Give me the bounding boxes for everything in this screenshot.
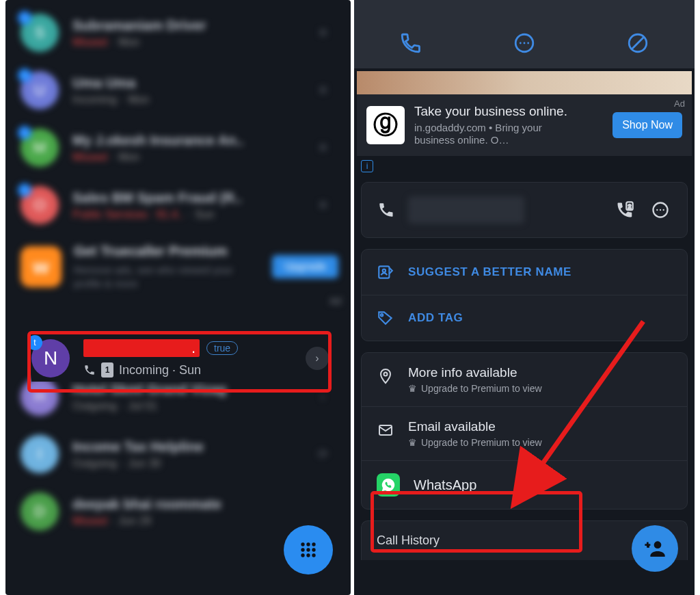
incoming-call-icon [83, 364, 96, 376]
message-icon [513, 31, 536, 55]
block-icon [626, 31, 649, 55]
call-log-entry[interactable]: t U Uma Uma Incoming·Mon ✕ [5, 62, 351, 119]
more-info-sub: Upgrade to Premium to view [421, 383, 542, 394]
suggest-name-row[interactable]: SUGGEST A BETTER NAME [362, 250, 687, 295]
dialpad-icon [297, 539, 319, 561]
block-button[interactable] [623, 28, 653, 58]
phone-row[interactable]: 2 [362, 183, 687, 237]
chevron-right-icon[interactable]: › [306, 347, 329, 370]
suggest-label: SUGGEST A BETTER NAME [408, 265, 571, 279]
svg-point-22 [383, 269, 386, 272]
avatar: t N [31, 339, 70, 378]
avatar: I [21, 435, 59, 473]
svg-point-26 [654, 541, 662, 548]
svg-point-23 [381, 314, 383, 316]
ad-logo-icon: ⓖ [366, 106, 405, 144]
svg-rect-28 [647, 542, 649, 548]
whatsapp-icon [377, 473, 400, 497]
refresh-icon[interactable]: ⟳ [310, 441, 336, 467]
avatar: H [21, 378, 59, 416]
ad-cta-button[interactable]: Shop Now [612, 112, 682, 138]
location-icon [377, 368, 394, 384]
caller-name: deepak bhai roommate [72, 497, 336, 512]
entry-action-icon[interactable]: ✕ [310, 77, 336, 103]
call-log-entry[interactable]: t M My J.okesh Insurance An.. Missed·Mon… [5, 119, 351, 176]
svg-point-1 [306, 542, 310, 546]
ad-label: Ad [674, 98, 685, 109]
caller-name: My J.okesh Insurance An.. [72, 133, 296, 148]
ad-card[interactable]: ⓖ Take your business online. in.godaddy.… [357, 94, 692, 156]
true-badge: true [206, 341, 238, 355]
svg-point-10 [520, 42, 522, 44]
dialpad-fab[interactable] [284, 525, 333, 574]
ad-title: Take your business online. [414, 104, 603, 119]
truecaller-badge-icon: t [27, 335, 42, 350]
avatar: D [21, 492, 59, 531]
sim-icon: 1 [101, 362, 113, 378]
caller-name: Subramaniam Driver [72, 18, 296, 34]
entry-action-icon[interactable]: ✕ [310, 20, 336, 46]
crown-icon: ♛ [408, 437, 417, 448]
svg-point-7 [306, 553, 310, 557]
promo-subtitle: Remove ads, see who viewed your profile … [74, 263, 260, 290]
phone-icon [377, 201, 396, 219]
entry-action-icon[interactable]: ✕ [310, 135, 336, 161]
more-info-title: More info available [408, 365, 542, 380]
sms-icon[interactable] [649, 198, 672, 222]
contact-detail-screen: ⓖ Take your business online. in.godaddy.… [354, 0, 695, 595]
redacted-name: . [83, 339, 200, 357]
message-button[interactable] [509, 28, 539, 58]
call-log-entry[interactable]: I Income Tax Helpline Outgoing·Jun 30 ⟳ [5, 425, 351, 483]
add-tag-label: ADD TAG [408, 311, 463, 325]
selected-call-entry[interactable]: t N . true 1 Incoming · Sun › [31, 335, 329, 382]
truecaller-badge-icon: t [18, 11, 31, 25]
caller-name: Sales BM Spam Fraud (R.. [72, 190, 296, 206]
phone-icon [399, 31, 422, 55]
caller-name: Income Tax Helpline [72, 439, 296, 455]
svg-point-20 [663, 209, 664, 211]
svg-point-5 [312, 548, 315, 551]
caller-name: Hotel Skml Grand Vizag [72, 382, 296, 397]
phone-number-blurred [408, 196, 524, 224]
truecaller-badge-icon: t [18, 68, 31, 82]
svg-line-14 [632, 38, 644, 49]
more-info-card: More info available ♛Upgrade to Premium … [361, 352, 688, 510]
email-sub: Upgrade to Premium to view [421, 437, 542, 448]
call-button[interactable] [396, 28, 426, 58]
crown-icon: ♛ [408, 383, 417, 394]
truecaller-badge-icon: t [18, 126, 31, 140]
ad-subtitle: in.godaddy.com • Bring your business onl… [414, 122, 578, 146]
add-contact-fab[interactable] [632, 525, 678, 572]
svg-point-4 [306, 548, 310, 551]
svg-point-19 [660, 209, 661, 211]
svg-point-18 [656, 209, 658, 211]
promo-title: Get Truecaller Premium [74, 243, 260, 259]
truecaller-badge-icon: t [18, 183, 31, 197]
call-log-entry[interactable]: t S Subramaniam Driver Missed·Mon ✕ [5, 4, 351, 62]
whatsapp-row[interactable]: WhatsApp [362, 460, 687, 509]
more-info-row[interactable]: More info available ♛Upgrade to Premium … [362, 353, 687, 406]
svg-text:2: 2 [628, 204, 632, 210]
svg-point-11 [524, 42, 526, 44]
email-row[interactable]: Email available ♛Upgrade to Premium to v… [362, 406, 687, 460]
svg-point-2 [312, 542, 315, 546]
call-subline: 1 Incoming · Sun [83, 362, 292, 378]
entry-action-icon[interactable]: ✕ [310, 192, 336, 218]
upgrade-button[interactable]: Upgrade [272, 255, 338, 278]
call-log-list-blurred: t S Subramaniam Driver Missed·Mon ✕ t U … [5, 0, 351, 540]
chevron-right-icon[interactable]: › [310, 384, 336, 410]
phone-number-card: 2 [361, 182, 688, 238]
ad-label: Ad [329, 295, 341, 306]
call-log-entry[interactable]: t O Sales BM Spam Fraud (R.. Public Serv… [5, 176, 351, 234]
premium-promo[interactable]: w Get Truecaller Premium Remove ads, see… [5, 234, 351, 305]
svg-point-3 [301, 548, 304, 551]
sim-call-icon[interactable]: 2 [613, 198, 636, 222]
add-tag-row[interactable]: ADD TAG [362, 295, 687, 341]
email-title: Email available [408, 419, 542, 434]
svg-point-12 [527, 42, 529, 44]
svg-point-8 [312, 553, 315, 557]
call-log-screen: t S Subramaniam Driver Missed·Mon ✕ t U … [5, 0, 351, 595]
ad-info-icon[interactable]: i [361, 160, 373, 172]
caller-name: Uma Uma [72, 75, 296, 91]
whatsapp-label: WhatsApp [414, 477, 476, 493]
